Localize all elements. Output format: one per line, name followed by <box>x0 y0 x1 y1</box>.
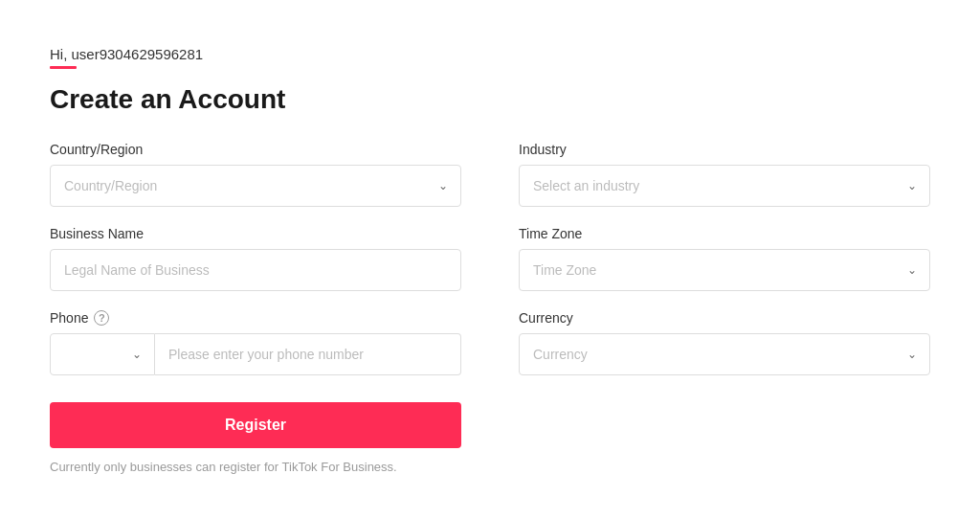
phone-code-select[interactable] <box>50 333 155 375</box>
timezone-group: Time Zone Time Zone ⌄ <box>519 226 930 291</box>
greeting-text: Hi, user9304629596281 <box>50 46 930 62</box>
country-select[interactable]: Country/Region <box>50 165 461 207</box>
right-column: Industry Select an industry ⌄ Time Zone … <box>519 142 930 474</box>
page-wrapper: Hi, user9304629596281 Create an Account … <box>0 8 980 512</box>
register-button[interactable]: Register <box>50 402 461 448</box>
timezone-select[interactable]: Time Zone <box>519 249 930 291</box>
industry-label: Industry <box>519 142 930 157</box>
page-title: Create an Account <box>50 84 930 115</box>
phone-label: Phone ? <box>50 310 461 326</box>
greeting-underline <box>50 66 77 69</box>
form-grid: Country/Region Country/Region ⌄ Business… <box>50 142 930 474</box>
country-label: Country/Region <box>50 142 461 157</box>
phone-group: Phone ? ⌄ <box>50 310 461 375</box>
industry-select-wrapper: Select an industry ⌄ <box>519 165 930 207</box>
phone-input-group: ⌄ <box>50 333 461 375</box>
phone-help-icon[interactable]: ? <box>94 310 109 326</box>
left-column: Country/Region Country/Region ⌄ Business… <box>50 142 461 474</box>
currency-select-wrapper: Currency ⌄ <box>519 333 930 375</box>
currency-label: Currency <box>519 310 930 326</box>
business-name-input[interactable] <box>50 249 461 291</box>
country-select-wrapper: Country/Region ⌄ <box>50 165 461 207</box>
phone-number-input[interactable] <box>155 333 461 375</box>
timezone-label: Time Zone <box>519 226 930 241</box>
timezone-select-wrapper: Time Zone ⌄ <box>519 249 930 291</box>
industry-select[interactable]: Select an industry <box>519 165 930 207</box>
industry-group: Industry Select an industry ⌄ <box>519 142 930 207</box>
phone-code-wrapper: ⌄ <box>50 333 155 375</box>
business-name-label: Business Name <box>50 226 461 241</box>
country-region-group: Country/Region Country/Region ⌄ <box>50 142 461 207</box>
disclaimer-text: Currently only businesses can register f… <box>50 460 461 474</box>
currency-group: Currency Currency ⌄ <box>519 310 930 375</box>
business-name-group: Business Name <box>50 226 461 291</box>
currency-select[interactable]: Currency <box>519 333 930 375</box>
